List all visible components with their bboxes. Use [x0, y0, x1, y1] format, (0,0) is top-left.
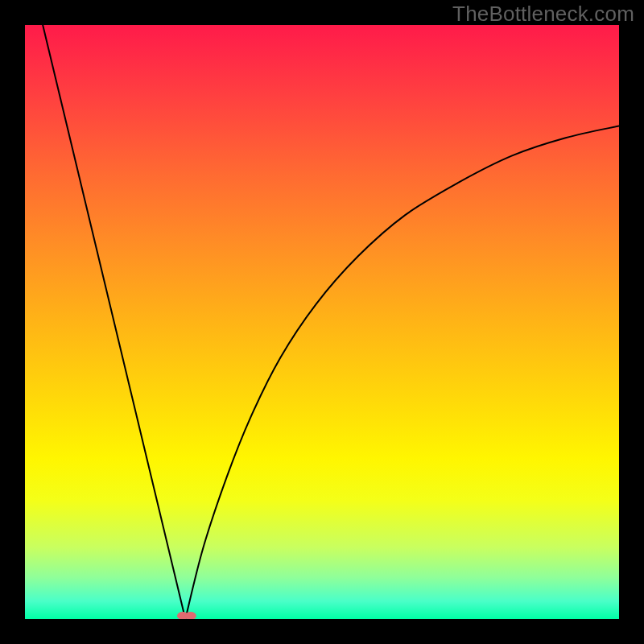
curve-svg [25, 25, 619, 619]
plot-area [25, 25, 619, 619]
chart-container: TheBottleneck.com [0, 0, 644, 644]
min-marker-2 [185, 612, 196, 619]
watermark-text: TheBottleneck.com [452, 2, 634, 27]
bottleneck-curve [43, 25, 619, 619]
